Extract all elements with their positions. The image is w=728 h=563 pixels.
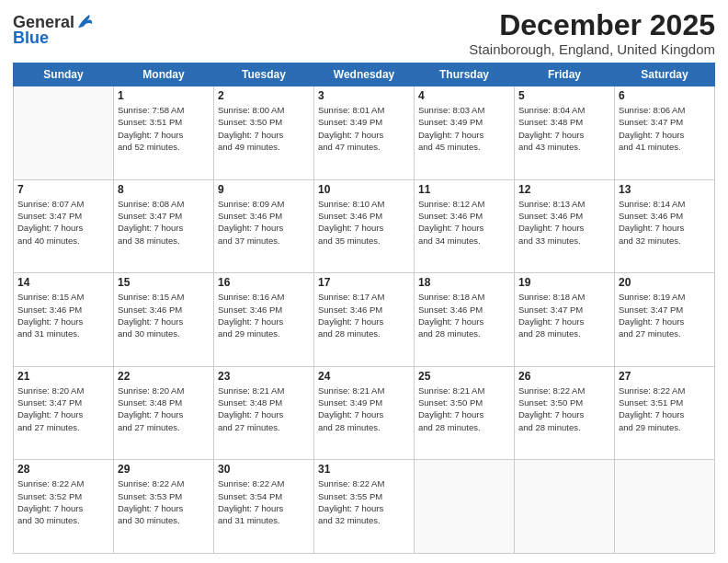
day-info: Sunrise: 8:10 AMSunset: 3:46 PMDaylight:… [318,198,410,247]
day-number: 9 [218,183,310,196]
day-number: 23 [218,370,310,383]
calendar-subtitle: Stainborough, England, United Kingdom [469,41,715,57]
week-row-5: 28Sunrise: 8:22 AMSunset: 3:52 PMDayligh… [14,460,715,554]
calendar-cell: 30Sunrise: 8:22 AMSunset: 3:54 PMDayligh… [214,460,314,554]
day-info: Sunrise: 8:09 AMSunset: 3:46 PMDaylight:… [218,198,310,247]
calendar-cell: 14Sunrise: 8:15 AMSunset: 3:46 PMDayligh… [14,273,114,367]
day-info: Sunrise: 8:18 AMSunset: 3:47 PMDaylight:… [518,291,610,339]
calendar-cell: 4Sunrise: 8:03 AMSunset: 3:49 PMDaylight… [415,86,515,180]
day-number: 5 [518,89,610,102]
calendar-cell: 12Sunrise: 8:13 AMSunset: 3:46 PMDayligh… [515,179,615,273]
calendar-cell: 6Sunrise: 8:06 AMSunset: 3:47 PMDaylight… [615,86,715,180]
calendar-cell: 17Sunrise: 8:17 AMSunset: 3:46 PMDayligh… [314,273,415,367]
header: General Blue December 2025 Stainborough,… [13,9,715,57]
day-info: Sunrise: 8:20 AMSunset: 3:47 PMDaylight:… [17,385,109,433]
title-block: December 2025 Stainborough, England, Uni… [469,9,715,57]
day-number: 31 [318,463,410,476]
calendar-cell [415,460,515,554]
day-info: Sunrise: 8:07 AMSunset: 3:47 PMDaylight:… [17,198,109,247]
day-number: 15 [118,276,210,289]
day-info: Sunrise: 8:22 AMSunset: 3:55 PMDaylight:… [318,477,410,526]
calendar-cell [515,460,615,554]
day-number: 21 [17,370,109,383]
day-number: 3 [318,89,410,102]
day-info: Sunrise: 8:22 AMSunset: 3:50 PMDaylight:… [518,385,610,433]
calendar-cell: 16Sunrise: 8:16 AMSunset: 3:46 PMDayligh… [214,273,314,367]
day-info: Sunrise: 8:22 AMSunset: 3:54 PMDaylight:… [218,477,310,526]
day-number: 4 [418,89,510,102]
day-info: Sunrise: 8:20 AMSunset: 3:48 PMDaylight:… [118,385,210,433]
calendar-cell [615,460,715,554]
day-info: Sunrise: 8:06 AMSunset: 3:47 PMDaylight:… [619,104,711,153]
day-number: 7 [17,183,109,196]
calendar-cell: 9Sunrise: 8:09 AMSunset: 3:46 PMDaylight… [214,179,314,273]
calendar-table: Sunday Monday Tuesday Wednesday Thursday… [13,63,715,554]
calendar-cell: 10Sunrise: 8:10 AMSunset: 3:46 PMDayligh… [314,179,415,273]
calendar-cell: 1Sunrise: 7:58 AMSunset: 3:51 PMDaylight… [114,86,214,180]
day-info: Sunrise: 8:21 AMSunset: 3:48 PMDaylight:… [218,385,310,433]
day-info: Sunrise: 8:19 AMSunset: 3:47 PMDaylight:… [619,291,711,339]
day-number: 30 [218,463,310,476]
calendar-cell: 23Sunrise: 8:21 AMSunset: 3:48 PMDayligh… [214,366,314,460]
day-number: 27 [619,370,711,383]
day-info: Sunrise: 8:14 AMSunset: 3:46 PMDaylight:… [619,198,711,247]
calendar-cell: 31Sunrise: 8:22 AMSunset: 3:55 PMDayligh… [314,460,415,554]
calendar-cell: 24Sunrise: 8:21 AMSunset: 3:49 PMDayligh… [314,366,415,460]
calendar-header-row: Sunday Monday Tuesday Wednesday Thursday… [14,63,715,86]
day-number: 12 [518,183,610,196]
day-number: 16 [218,276,310,289]
day-number: 10 [318,183,410,196]
day-number: 2 [218,89,310,102]
day-info: Sunrise: 8:15 AMSunset: 3:46 PMDaylight:… [17,291,109,339]
day-info: Sunrise: 8:08 AMSunset: 3:47 PMDaylight:… [118,198,210,247]
day-number: 18 [418,276,510,289]
col-tuesday: Tuesday [214,63,314,86]
day-number: 14 [17,276,109,289]
calendar-cell: 28Sunrise: 8:22 AMSunset: 3:52 PMDayligh… [14,460,114,554]
calendar-cell: 29Sunrise: 8:22 AMSunset: 3:53 PMDayligh… [114,460,214,554]
calendar-cell: 22Sunrise: 8:20 AMSunset: 3:48 PMDayligh… [114,366,214,460]
day-number: 13 [619,183,711,196]
day-info: Sunrise: 8:22 AMSunset: 3:51 PMDaylight:… [619,385,711,433]
page: General Blue December 2025 Stainborough,… [0,0,728,563]
day-info: Sunrise: 8:22 AMSunset: 3:53 PMDaylight:… [118,477,210,526]
logo: General Blue [13,13,93,46]
day-number: 1 [118,89,210,102]
day-info: Sunrise: 8:21 AMSunset: 3:49 PMDaylight:… [318,385,410,433]
week-row-3: 14Sunrise: 8:15 AMSunset: 3:46 PMDayligh… [14,273,715,367]
day-info: Sunrise: 8:03 AMSunset: 3:49 PMDaylight:… [418,104,510,153]
col-friday: Friday [515,63,615,86]
day-number: 29 [118,463,210,476]
day-info: Sunrise: 8:04 AMSunset: 3:48 PMDaylight:… [518,104,610,153]
calendar-cell: 11Sunrise: 8:12 AMSunset: 3:46 PMDayligh… [415,179,515,273]
calendar-cell: 15Sunrise: 8:15 AMSunset: 3:46 PMDayligh… [114,273,214,367]
day-number: 26 [518,370,610,383]
col-thursday: Thursday [415,63,515,86]
calendar-cell: 18Sunrise: 8:18 AMSunset: 3:46 PMDayligh… [415,273,515,367]
calendar-cell: 26Sunrise: 8:22 AMSunset: 3:50 PMDayligh… [515,366,615,460]
day-number: 6 [619,89,711,102]
week-row-4: 21Sunrise: 8:20 AMSunset: 3:47 PMDayligh… [14,366,715,460]
week-row-1: 1Sunrise: 7:58 AMSunset: 3:51 PMDaylight… [14,86,715,180]
calendar-cell: 27Sunrise: 8:22 AMSunset: 3:51 PMDayligh… [615,366,715,460]
day-number: 22 [118,370,210,383]
day-number: 24 [318,370,410,383]
day-info: Sunrise: 8:15 AMSunset: 3:46 PMDaylight:… [118,291,210,339]
calendar-cell: 8Sunrise: 8:08 AMSunset: 3:47 PMDaylight… [114,179,214,273]
day-info: Sunrise: 8:22 AMSunset: 3:52 PMDaylight:… [17,477,109,526]
calendar-title: December 2025 [469,9,715,41]
day-number: 25 [418,370,510,383]
calendar-cell: 5Sunrise: 8:04 AMSunset: 3:48 PMDaylight… [515,86,615,180]
day-number: 28 [17,463,109,476]
week-row-2: 7Sunrise: 8:07 AMSunset: 3:47 PMDaylight… [14,179,715,273]
day-number: 19 [518,276,610,289]
day-info: Sunrise: 8:17 AMSunset: 3:46 PMDaylight:… [318,291,410,339]
calendar-cell: 20Sunrise: 8:19 AMSunset: 3:47 PMDayligh… [615,273,715,367]
day-number: 17 [318,276,410,289]
day-number: 8 [118,183,210,196]
col-saturday: Saturday [615,63,715,86]
calendar-cell: 13Sunrise: 8:14 AMSunset: 3:46 PMDayligh… [615,179,715,273]
day-info: Sunrise: 8:13 AMSunset: 3:46 PMDaylight:… [518,198,610,247]
day-info: Sunrise: 8:12 AMSunset: 3:46 PMDaylight:… [418,198,510,247]
calendar-cell: 3Sunrise: 8:01 AMSunset: 3:49 PMDaylight… [314,86,415,180]
